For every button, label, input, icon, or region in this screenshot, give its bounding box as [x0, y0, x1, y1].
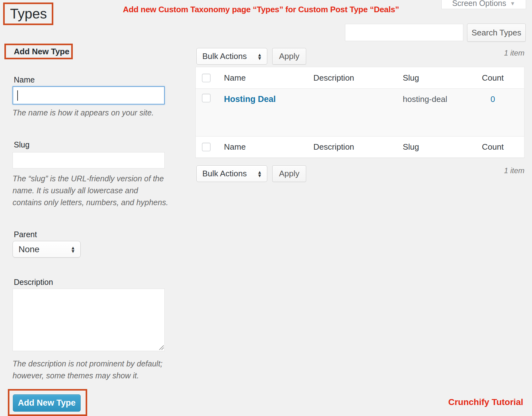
- add-new-type-button[interactable]: Add New Type: [13, 394, 81, 412]
- bulk-actions-value-bottom: Bulk Actions: [202, 169, 247, 179]
- table-row: Hosting Deal hosting-deal 0: [196, 89, 524, 136]
- form-heading: Add New Type: [6, 47, 69, 56]
- slug-help-text: The “slug” is the URL-friendly version o…: [13, 173, 169, 208]
- footer-column-slug[interactable]: Slug: [395, 136, 476, 157]
- types-table: Name Description Slug Count Hosting Deal…: [195, 67, 524, 158]
- apply-button-label: Apply: [279, 51, 299, 61]
- name-help-text: The name is how it appears on your site.: [13, 107, 154, 119]
- text-caret: [17, 90, 18, 101]
- select-arrows-icon: ▲▼: [257, 170, 262, 177]
- column-header-name[interactable]: Name: [216, 67, 306, 88]
- row-description-cell: [306, 89, 395, 136]
- select-all-checkbox[interactable]: [202, 74, 210, 82]
- row-checkbox[interactable]: [202, 94, 210, 102]
- description-textarea[interactable]: [13, 289, 165, 351]
- search-types-button[interactable]: Search Types: [467, 24, 526, 42]
- search-input[interactable]: [345, 24, 463, 41]
- column-header-slug[interactable]: Slug: [395, 67, 476, 88]
- apply-button-bottom[interactable]: Apply: [272, 165, 306, 182]
- table-header-row: Name Description Slug Count: [196, 67, 524, 89]
- select-arrows-icon: ▲▼: [257, 53, 262, 60]
- item-count-bottom: 1 item: [504, 166, 524, 175]
- annotation-title: Add new Custom Taxonomy page “Types” for…: [0, 5, 522, 14]
- description-label: Description: [14, 278, 53, 287]
- slug-input[interactable]: [13, 152, 165, 168]
- row-checkbox-cell: [196, 89, 216, 136]
- column-header-count[interactable]: Count: [476, 67, 524, 88]
- select-arrows-icon: ▲▼: [71, 246, 75, 253]
- resize-handle-icon[interactable]: [158, 344, 164, 350]
- header-checkbox-cell: [196, 67, 216, 88]
- parent-select-value: None: [19, 244, 40, 254]
- search-types-button-label: Search Types: [471, 28, 521, 38]
- footer-column-description[interactable]: Description: [306, 136, 395, 157]
- apply-button-bottom-label: Apply: [279, 169, 299, 179]
- description-help-text: The description is not prominent by defa…: [13, 358, 176, 381]
- apply-button-top[interactable]: Apply: [272, 48, 306, 65]
- row-count-link[interactable]: 0: [491, 94, 495, 104]
- add-new-type-annotation-box: Add New Type: [4, 44, 73, 59]
- bulk-actions-value: Bulk Actions: [202, 51, 247, 61]
- select-all-checkbox-bottom[interactable]: [202, 143, 210, 151]
- row-count-cell: 0: [476, 89, 524, 136]
- name-label: Name: [14, 75, 35, 84]
- bulk-actions-select-bottom[interactable]: Bulk Actions ▲▼: [196, 165, 267, 182]
- crunchify-tutorial-note: Crunchify Tutorial: [448, 397, 523, 407]
- add-new-type-button-label: Add New Type: [18, 398, 76, 408]
- parent-label: Parent: [14, 230, 37, 239]
- item-count-top: 1 item: [504, 49, 524, 57]
- name-input[interactable]: [13, 86, 165, 104]
- row-name-link[interactable]: Hosting Deal: [224, 94, 276, 104]
- bulk-actions-select-top[interactable]: Bulk Actions ▲▼: [196, 48, 267, 65]
- footer-checkbox-cell: [196, 136, 216, 157]
- column-header-description[interactable]: Description: [306, 67, 395, 88]
- row-name-cell: Hosting Deal: [216, 89, 306, 136]
- row-slug-cell: hosting-deal: [395, 89, 476, 136]
- footer-column-name[interactable]: Name: [216, 136, 306, 157]
- parent-select[interactable]: None ▲▼: [13, 241, 81, 258]
- slug-label: Slug: [14, 140, 29, 149]
- table-footer-row: Name Description Slug Count: [196, 136, 524, 157]
- footer-column-count[interactable]: Count: [476, 136, 524, 157]
- page: Screen Options ▼ Types Add new Custom Ta…: [0, 0, 532, 416]
